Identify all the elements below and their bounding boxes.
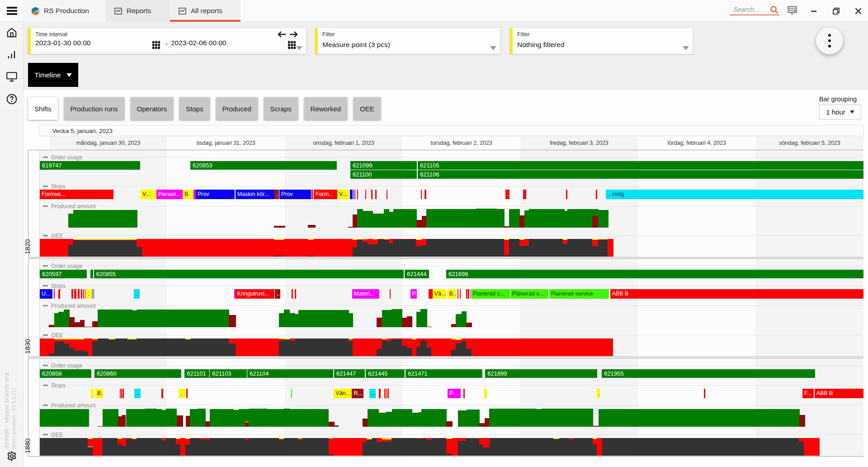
oee-value-bar[interactable] bbox=[509, 239, 520, 257]
produced-scrap-bar[interactable] bbox=[353, 214, 358, 228]
oee-value-bar[interactable] bbox=[504, 255, 509, 257]
stop-bar[interactable] bbox=[384, 389, 385, 398]
oee-loss-bar[interactable] bbox=[519, 240, 525, 246]
section-collapse-dash[interactable] bbox=[43, 186, 48, 187]
produced-scrap-bar[interactable] bbox=[519, 215, 525, 228]
oee-loss-bar[interactable] bbox=[422, 239, 427, 245]
stop-bar[interactable]: . bbox=[597, 389, 600, 398]
stop-bar[interactable] bbox=[91, 389, 94, 398]
order-bar[interactable]: 620855 bbox=[94, 270, 404, 278]
produced-good-bar[interactable] bbox=[421, 409, 434, 427]
oee-value-bar[interactable] bbox=[73, 240, 137, 257]
oee-value-bar[interactable] bbox=[54, 342, 64, 356]
oee-loss-bar[interactable] bbox=[122, 438, 126, 446]
oee-value-bar[interactable] bbox=[200, 439, 206, 456]
oee-value-bar[interactable] bbox=[363, 242, 368, 257]
oee-loss-bar[interactable] bbox=[799, 438, 804, 442]
stop-bar[interactable]: Prov bbox=[196, 190, 235, 199]
order-bar[interactable]: 620853 bbox=[190, 161, 337, 170]
section-collapse-dash[interactable] bbox=[43, 285, 48, 286]
produced-good-bar[interactable] bbox=[298, 310, 349, 327]
stop-bar[interactable] bbox=[379, 389, 381, 398]
oee-value-bar[interactable] bbox=[602, 438, 799, 456]
produced-good-bar[interactable] bbox=[524, 210, 529, 228]
stop-bar[interactable] bbox=[357, 190, 358, 199]
produced-scrap-bar[interactable] bbox=[205, 421, 210, 427]
oee-value-bar[interactable] bbox=[190, 438, 201, 456]
produced-good-bar[interactable] bbox=[456, 314, 462, 327]
produced-good-bar[interactable] bbox=[132, 310, 137, 327]
stop-bar[interactable] bbox=[458, 289, 458, 299]
stop-bar[interactable] bbox=[466, 289, 467, 299]
oee-value-bar[interactable] bbox=[69, 348, 75, 356]
stop-bar[interactable] bbox=[292, 289, 293, 299]
oee-loss-bar[interactable] bbox=[142, 239, 274, 257]
stop-bar[interactable]: ABB B bbox=[610, 289, 864, 299]
produced-scrap-bar[interactable] bbox=[69, 317, 75, 327]
produced-good-bar[interactable] bbox=[279, 313, 284, 328]
produced-scrap-bar[interactable] bbox=[92, 321, 98, 327]
produced-good-bar[interactable] bbox=[98, 310, 132, 327]
oee-value-bar[interactable] bbox=[466, 349, 472, 356]
produced-scrap-bar[interactable] bbox=[799, 415, 805, 427]
order-bar[interactable]: 621103 bbox=[210, 369, 247, 378]
series-button-production-runs[interactable]: Production runs bbox=[64, 97, 124, 120]
stop-bar[interactable] bbox=[58, 289, 61, 299]
oee-loss-bar[interactable] bbox=[368, 239, 373, 244]
order-bar[interactable]: 621105 bbox=[418, 161, 863, 170]
bar-grouping-select[interactable]: 1 hour bbox=[819, 105, 861, 119]
produced-good-bar[interactable] bbox=[467, 410, 480, 427]
oee-value-bar[interactable] bbox=[456, 343, 462, 356]
produced-scrap-bar[interactable] bbox=[504, 226, 509, 228]
stop-bar[interactable]: F... bbox=[802, 389, 814, 398]
oee-value-bar[interactable] bbox=[64, 343, 70, 356]
oee-value-bar[interactable] bbox=[519, 246, 525, 257]
stop-bar[interactable] bbox=[92, 289, 93, 299]
produced-scrap-bar[interactable] bbox=[80, 320, 85, 327]
oee-value-bar[interactable] bbox=[373, 244, 378, 257]
stop-bar[interactable] bbox=[425, 190, 426, 199]
produced-good-bar[interactable] bbox=[373, 214, 384, 228]
measure-point-filter-card[interactable]: Filter Measure point (3 pcs) bbox=[315, 28, 500, 54]
oee-value-bar[interactable] bbox=[553, 439, 560, 456]
produced-good-bar[interactable] bbox=[68, 214, 74, 228]
stop-bar[interactable] bbox=[523, 190, 526, 199]
oee-value-bar[interactable] bbox=[392, 339, 402, 356]
oee-value-bar[interactable] bbox=[567, 239, 593, 257]
stop-bar[interactable] bbox=[161, 389, 163, 398]
stop-bar[interactable]: .. bbox=[275, 289, 280, 299]
oee-value-bar[interactable] bbox=[367, 439, 372, 456]
oee-value-bar[interactable] bbox=[229, 343, 236, 356]
oee-value-bar[interactable] bbox=[420, 438, 426, 456]
oee-loss-bar[interactable] bbox=[563, 240, 568, 244]
stop-bar[interactable]: Kringutrust... bbox=[236, 289, 275, 299]
produced-good-bar[interactable] bbox=[166, 409, 177, 427]
order-bar[interactable]: 620858 bbox=[40, 369, 91, 378]
oee-loss-bar[interactable] bbox=[176, 439, 180, 444]
oee-value-bar[interactable] bbox=[384, 240, 389, 257]
produced-scrap-bar[interactable] bbox=[402, 318, 407, 327]
produced-good-bar[interactable] bbox=[393, 209, 417, 228]
oee-loss-bar[interactable] bbox=[592, 240, 599, 246]
stop-bar[interactable] bbox=[186, 389, 188, 398]
tab-reports[interactable]: Reports bbox=[106, 0, 170, 22]
oee-value-bar[interactable] bbox=[210, 438, 245, 456]
stop-bar[interactable]: Maskin kör... bbox=[236, 190, 274, 199]
oee-value-bar[interactable] bbox=[284, 339, 290, 356]
oee-loss-bar[interactable] bbox=[431, 338, 451, 356]
oee-value-bar[interactable] bbox=[126, 439, 132, 456]
oee-value-bar[interactable] bbox=[279, 341, 284, 356]
produced-good-bar[interactable] bbox=[599, 409, 800, 427]
produced-scrap-bar[interactable] bbox=[274, 226, 285, 228]
oee-value-bar[interactable] bbox=[357, 240, 363, 257]
oee-loss-bar[interactable] bbox=[402, 338, 407, 346]
produced-good-bar[interactable] bbox=[363, 211, 373, 228]
produced-good-bar[interactable] bbox=[489, 409, 536, 427]
stop-bar[interactable]: Planerad s... bbox=[510, 289, 548, 299]
oee-loss-bar[interactable] bbox=[274, 240, 284, 256]
stop-bar[interactable] bbox=[387, 389, 389, 398]
oee-value-bar[interactable] bbox=[102, 438, 118, 456]
stop-bar[interactable] bbox=[468, 289, 469, 299]
oee-value-bar[interactable] bbox=[274, 256, 284, 257]
produced-good-bar[interactable] bbox=[392, 409, 412, 427]
